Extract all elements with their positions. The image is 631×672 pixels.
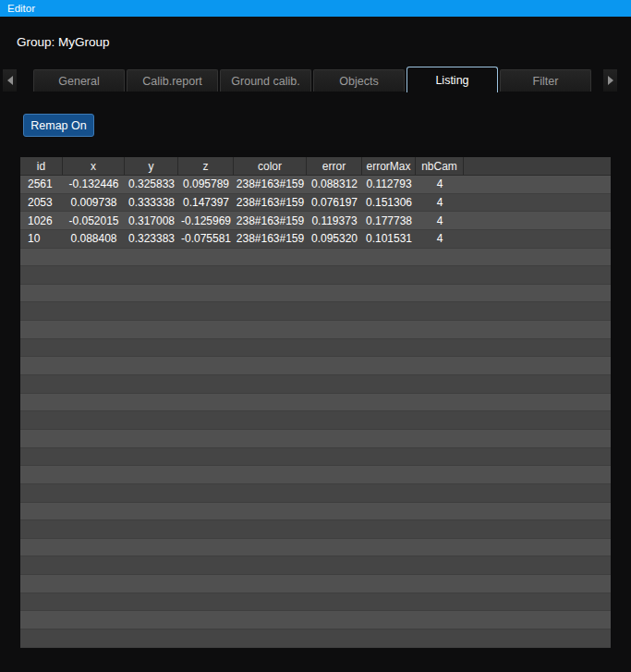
table-cell-empty xyxy=(178,448,234,466)
table-cell-empty xyxy=(63,249,125,266)
table-cell-empty xyxy=(178,593,234,611)
table-cell-z: -0.075581 xyxy=(178,230,234,248)
table-cell-empty xyxy=(307,430,362,447)
tab-filter[interactable]: Filter xyxy=(500,69,591,92)
table-cell-empty xyxy=(362,411,416,429)
chevron-right-icon xyxy=(608,76,613,85)
table-cell-empty xyxy=(63,375,125,393)
table-empty-row xyxy=(20,266,611,285)
table-cell-empty xyxy=(307,575,362,593)
table-cell-empty xyxy=(63,484,125,502)
table-cell-empty xyxy=(307,484,362,502)
column-header-x[interactable]: x xyxy=(63,157,125,175)
listing-table: idxyzcolorerrorerrorMaxnbCam 2561-0.1324… xyxy=(20,157,611,648)
column-header-z[interactable]: z xyxy=(178,157,234,175)
table-cell-empty xyxy=(307,448,362,466)
table-cell-empty xyxy=(178,394,234,411)
table-cell-empty xyxy=(464,375,611,393)
tab-calib-report[interactable]: Calib.report xyxy=(127,69,218,92)
table-empty-row xyxy=(20,285,611,303)
table-cell-empty xyxy=(125,394,178,411)
table-cell-empty xyxy=(416,520,464,538)
table-row[interactable]: 2561-0.1324460.3258330.095789238#163#159… xyxy=(20,176,611,194)
table-cell-empty xyxy=(464,357,611,374)
column-header-nbcam[interactable]: nbCam xyxy=(416,157,464,175)
table-row[interactable]: 100.0884080.323383-0.075581238#163#1590.… xyxy=(20,230,611,249)
table-cell-empty xyxy=(125,321,178,338)
table-cell-id: 10 xyxy=(20,230,63,248)
table-cell-empty xyxy=(464,249,611,266)
tab-listing[interactable]: Listing xyxy=(407,67,498,92)
column-header-color[interactable]: color xyxy=(234,157,307,175)
table-cell-empty xyxy=(416,539,464,556)
table-cell-empty xyxy=(464,556,611,574)
table-cell-empty xyxy=(234,339,307,357)
column-header-y[interactable]: y xyxy=(125,157,178,175)
table-cell-empty xyxy=(362,375,416,393)
table-cell-empty xyxy=(307,339,362,357)
table-cell-empty xyxy=(307,375,362,393)
table-cell-empty xyxy=(464,611,611,629)
table-cell-empty xyxy=(20,302,63,320)
table-cell-empty xyxy=(20,611,63,629)
remap-on-button[interactable]: Remap On xyxy=(23,114,94,137)
table-cell-id: 1026 xyxy=(20,212,63,229)
table-cell-empty xyxy=(178,339,234,357)
table-cell-nbcam: 4 xyxy=(416,176,464,193)
table-row[interactable]: 20530.0097380.3333380.147397238#163#1590… xyxy=(20,194,611,213)
table-cell-empty xyxy=(362,285,416,302)
table-cell-empty xyxy=(63,430,125,447)
window-title: Editor xyxy=(7,3,35,14)
table-cell-empty xyxy=(307,249,362,266)
column-header-filler xyxy=(464,157,611,175)
table-cell-empty xyxy=(307,593,362,611)
table-cell-empty xyxy=(416,503,464,520)
table-cell-empty xyxy=(125,466,178,483)
table-cell-empty xyxy=(464,321,611,338)
tab-scroll-left-button[interactable] xyxy=(3,69,17,92)
table-cell-empty xyxy=(362,593,416,611)
table-cell-empty xyxy=(125,448,178,466)
table-empty-row xyxy=(20,503,611,521)
table-cell-empty xyxy=(416,357,464,374)
tab-label: General xyxy=(58,75,99,88)
tab-ground-calib[interactable]: Ground calib. xyxy=(220,69,311,92)
column-header-id[interactable]: id xyxy=(20,157,63,175)
table-cell-empty xyxy=(178,266,234,284)
tab-bar: GeneralCalib.reportGround calib.ObjectsL… xyxy=(33,69,593,92)
table-empty-row xyxy=(20,575,611,593)
table-cell-empty xyxy=(307,302,362,320)
table-cell-empty xyxy=(63,411,125,429)
table-cell-empty xyxy=(63,593,125,611)
table-cell-empty xyxy=(307,411,362,429)
table-cell-empty xyxy=(20,629,63,647)
table-cell-empty xyxy=(234,285,307,302)
table-cell-empty xyxy=(125,629,178,647)
table-cell-empty xyxy=(464,593,611,611)
table-cell-empty xyxy=(416,375,464,393)
group-title: Group: MyGroup xyxy=(17,35,110,49)
table-cell-nbcam: 4 xyxy=(416,194,464,212)
tab-scroll-right-button[interactable] xyxy=(603,69,617,92)
table-cell-empty xyxy=(234,629,307,647)
table-cell-empty xyxy=(178,249,234,266)
window-titlebar[interactable]: Editor xyxy=(0,0,631,17)
column-header-errormax[interactable]: errorMax xyxy=(362,157,416,175)
table-empty-row xyxy=(20,249,611,267)
table-cell-empty xyxy=(416,466,464,483)
tab-general[interactable]: General xyxy=(33,69,125,92)
table-cell-y: 0.325833 xyxy=(125,176,178,193)
column-header-error[interactable]: error xyxy=(307,157,362,175)
table-empty-row xyxy=(20,520,611,539)
table-cell-empty xyxy=(234,321,307,338)
table-cell-error: 0.119373 xyxy=(307,212,362,229)
table-cell-empty xyxy=(125,430,178,447)
table-cell-empty xyxy=(178,484,234,502)
table-cell-empty xyxy=(464,466,611,483)
table-cell-empty xyxy=(125,484,178,502)
table-row[interactable]: 1026-0.0520150.317008-0.125969238#163#15… xyxy=(20,212,611,230)
table-cell-empty xyxy=(464,194,611,212)
table-empty-row xyxy=(20,430,611,448)
table-empty-row xyxy=(20,339,611,358)
tab-objects[interactable]: Objects xyxy=(313,69,405,92)
